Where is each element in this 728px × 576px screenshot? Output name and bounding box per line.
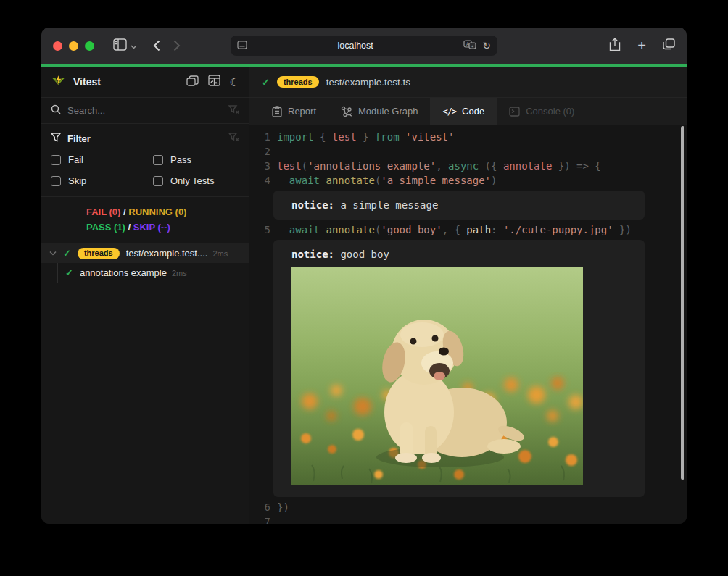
checkbox-skip[interactable] [51,176,61,186]
filter-title: Filter [67,133,91,144]
notice-message: good boy [334,249,389,260]
line-number: 1 [249,130,270,144]
search-icon [51,104,61,117]
url-bar[interactable]: localhost A✦ ↻ [231,36,497,56]
traffic-lights [53,41,94,51]
terminal-icon [509,107,520,117]
sidebar: Vitest ☾ [41,67,249,524]
sidebar-toggle-button[interactable] [113,38,137,54]
dashboard-icon[interactable] [208,75,220,89]
code-line: 2 [249,144,687,159]
check-icon: ✓ [262,77,270,88]
tab-report[interactable]: Report [260,98,328,125]
duration: 2ms [172,269,187,277]
panels-icon[interactable] [186,75,199,89]
share-icon [609,38,621,51]
close-button[interactable] [53,41,62,51]
code-line: 1import { test } from 'vitest' [249,130,687,144]
vitest-logo [51,73,66,91]
filter-option-pass[interactable]: Pass [153,154,239,165]
main-panel: ✓ threads test/example.test.ts Report Mo… [249,67,687,524]
chevron-down-icon[interactable] [49,251,57,256]
scrollbar-thumb[interactable] [681,126,684,480]
pool-badge: threads [277,76,319,88]
duration: 2ms [212,249,228,258]
funnel-icon [51,133,61,144]
tab-module-graph[interactable]: Module Graph [328,98,430,125]
clipboard-icon [272,106,282,117]
chevron-left-icon [153,40,160,51]
tab-console[interactable]: Console (0) [497,98,587,125]
filter-section: Filter Fail Pass Skip Only Tests [41,124,249,197]
test-file-row[interactable]: ✓ threads test/example.test.... 2ms [41,243,249,263]
skip-count: SKIP (--) [133,222,170,233]
test-file-name: test/example.test.... [126,248,208,259]
pool-badge: threads [78,248,120,259]
fail-count: FAIL (0) [86,206,120,217]
tab-code[interactable]: </> Code [430,98,497,125]
line-number: 3 [249,159,270,173]
zoom-button[interactable] [85,41,94,51]
copy-icon [663,38,675,50]
line-number: 2 [249,144,270,159]
page-icon [237,39,247,52]
notice-message: a simple message [334,199,438,211]
code-line: 5 await annotate('good boy', { path: './… [249,222,687,237]
reload-icon[interactable]: ↻ [482,40,491,51]
moon-icon[interactable]: ☾ [230,77,239,88]
chevron-down-icon [131,39,137,52]
share-button[interactable] [609,38,621,54]
code-line: 3test('annotations example', async ({ an… [249,159,687,173]
filter-option-only-tests[interactable]: Only Tests [153,175,239,186]
code-line: 4 await annotate('a simple message') [249,173,687,188]
puppy-photo [291,267,583,485]
filter-option-fail[interactable]: Fail [51,154,153,165]
checkbox-fail[interactable] [51,155,61,165]
checkbox-only-tests[interactable] [153,176,163,186]
test-run-summary: FAIL (0) / RUNNING (0) PASS (1) / SKIP (… [41,197,249,242]
tab-bar: Report Module Graph </> Code Console (0) [249,98,687,125]
tab-overview-button[interactable] [663,38,675,53]
browser-window: localhost A✦ ↻ + [41,28,687,524]
line-number: 4 [249,173,270,188]
code-editor: 1import { test } from 'vitest'23test('an… [249,125,687,524]
check-icon: ✓ [65,267,73,278]
new-tab-button[interactable]: + [637,38,646,53]
test-case-row[interactable]: ✓ annotations example 2ms [41,263,249,283]
browser-titlebar: localhost A✦ ↻ + [41,28,687,64]
file-header: ✓ threads test/example.test.ts [249,67,687,98]
annotation-notice: notice: a simple message [273,191,645,220]
url-text: localhost [247,41,463,51]
forward-button[interactable] [173,40,181,51]
line-number: 7 [249,514,270,524]
translate-icon[interactable]: A✦ [463,39,476,52]
minimize-button[interactable] [69,41,78,51]
pass-count: PASS (1) [86,222,125,233]
search-input[interactable] [67,105,222,116]
sidebar-toggle-icon [113,38,127,54]
open-file-name: test/example.test.ts [326,77,410,88]
app-title: Vitest [73,76,101,88]
annotation-notice: notice: good boy [273,240,645,497]
line-number: 5 [249,222,270,237]
clear-search-filter-icon[interactable] [228,104,239,117]
notice-label: notice: [291,199,334,211]
line-number: 6 [249,500,270,514]
indent-guide [57,263,58,283]
checkbox-pass[interactable] [153,155,163,165]
back-button[interactable] [153,40,160,51]
chevron-right-icon [173,40,181,51]
test-case-name: annotations example [80,267,167,278]
code-line: 7 [249,514,687,524]
filter-option-skip[interactable]: Skip [51,175,153,186]
clear-filter-icon[interactable] [228,133,239,144]
test-tree: ✓ threads test/example.test.... 2ms ✓ an… [41,243,249,283]
graph-icon [341,106,352,117]
code-line: 6}) [249,500,687,514]
check-icon: ✓ [63,248,71,259]
svg-text:✦: ✦ [471,44,474,49]
code-icon: </> [442,107,456,117]
notice-label: notice: [291,249,334,260]
running-count: RUNNING (0) [128,206,186,217]
